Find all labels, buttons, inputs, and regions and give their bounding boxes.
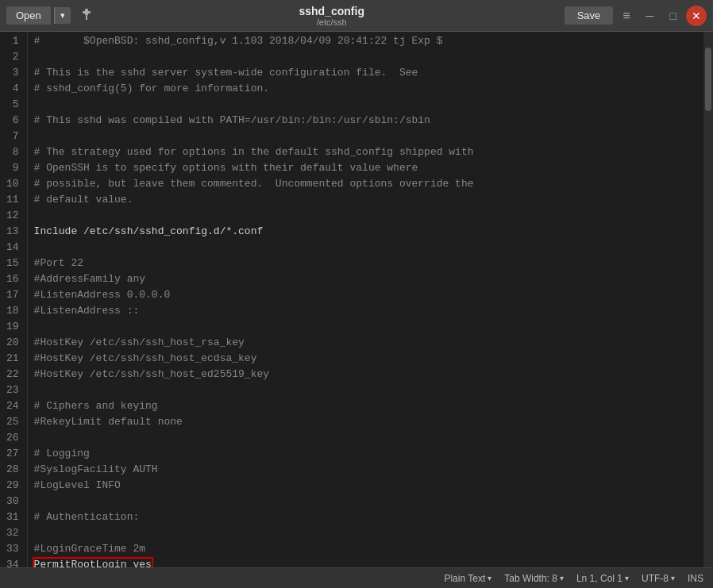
- file-path: /etc/ssh: [99, 17, 565, 27]
- code-line: PermitRootLogin yes: [34, 557, 697, 567]
- code-line: #LogLevel INFO: [34, 478, 697, 494]
- code-line: #Port 22: [34, 256, 697, 271]
- code-line: [34, 430, 697, 446]
- line-number: 1: [6, 33, 19, 49]
- code-line: # OpenSSH is to specify options with the…: [34, 160, 697, 176]
- line-number: 23: [6, 382, 19, 398]
- titlebar-center: sshd_config /etc/ssh: [99, 5, 565, 27]
- line-number: 30: [6, 494, 19, 509]
- line-number: 14: [6, 240, 19, 256]
- code-line: [34, 49, 697, 65]
- code-line: [34, 129, 697, 144]
- tab-width-arrow: ▾: [560, 574, 564, 582]
- line-number: 16: [6, 271, 19, 287]
- position-label: Ln 1, Col 1: [576, 573, 622, 584]
- line-number: 15: [6, 256, 19, 271]
- scrollbar-thumb[interactable]: [705, 48, 711, 111]
- tab-width-label: Tab Width: 8: [504, 573, 557, 584]
- line-number: 5: [6, 97, 19, 113]
- line-number: 25: [6, 414, 19, 430]
- code-line: # This sshd was compiled with PATH=/usr/…: [34, 113, 697, 129]
- titlebar: Open ▾ sshd_config /etc/ssh Save ≡ ─ □ ✕: [0, 0, 713, 32]
- plain-text-arrow: ▾: [488, 574, 491, 582]
- statusbar: Plain Text ▾ Tab Width: 8 ▾ Ln 1, Col 1 …: [0, 567, 713, 588]
- highlighted-line: PermitRootLogin yes: [34, 559, 152, 567]
- pin-button[interactable]: [74, 5, 99, 26]
- line-number: 32: [6, 525, 19, 541]
- code-line: [34, 97, 697, 113]
- ins-label: INS: [688, 573, 703, 584]
- code-line: #ListenAddress 0.0.0.0: [34, 287, 697, 303]
- code-line: Include /etc/ssh/sshd_config.d/*.conf: [34, 224, 697, 240]
- menu-button[interactable]: ≡: [616, 6, 636, 26]
- code-line: #SyslogFacility AUTH: [34, 462, 697, 478]
- encoding-label: UTF-8: [642, 573, 669, 584]
- line-number: 24: [6, 398, 19, 414]
- code-line: # Authentication:: [34, 509, 697, 525]
- line-number: 6: [6, 113, 19, 129]
- code-line: # $OpenBSD: sshd_config,v 1.103 2018/04/…: [34, 33, 697, 49]
- line-number: 20: [6, 335, 19, 351]
- line-number: 7: [6, 129, 19, 144]
- ins-indicator: INS: [688, 573, 703, 584]
- code-line: # This is the sshd server system-wide co…: [34, 65, 697, 81]
- plain-text-selector[interactable]: Plain Text ▾: [444, 573, 491, 584]
- line-number: 3: [6, 65, 19, 81]
- titlebar-left: Open ▾: [6, 5, 99, 26]
- line-number: 2: [6, 49, 19, 65]
- svg-rect-2: [83, 11, 91, 13]
- editor-container: 1234567891011121314151617181920212223242…: [0, 32, 713, 567]
- code-line: #AddressFamily any: [34, 271, 697, 287]
- code-line: #LoginGraceTime 2m: [34, 541, 697, 557]
- line-number: 11: [6, 192, 19, 208]
- maximize-button[interactable]: □: [664, 6, 683, 25]
- line-number: 29: [6, 478, 19, 494]
- line-number: 27: [6, 446, 19, 462]
- code-line: # The strategy used for options in the d…: [34, 144, 697, 160]
- line-number: 8: [6, 144, 19, 160]
- svg-rect-1: [86, 15, 87, 20]
- code-line: # default value.: [34, 192, 697, 208]
- code-line: #HostKey /etc/ssh/ssh_host_ecdsa_key: [34, 351, 697, 367]
- position-indicator[interactable]: Ln 1, Col 1 ▾: [576, 573, 629, 584]
- minimize-button[interactable]: ─: [640, 6, 661, 25]
- line-number: 10: [6, 176, 19, 192]
- code-line: [34, 240, 697, 256]
- code-line: # Ciphers and keying: [34, 398, 697, 414]
- line-number: 22: [6, 367, 19, 382]
- plain-text-label: Plain Text: [444, 573, 485, 584]
- scrollbar-track[interactable]: [703, 32, 713, 567]
- save-button[interactable]: Save: [565, 6, 614, 25]
- open-button[interactable]: Open: [6, 6, 51, 25]
- line-number: 18: [6, 303, 19, 319]
- code-line: # sshd_config(5) for more information.: [34, 81, 697, 97]
- encoding-indicator[interactable]: UTF-8 ▾: [642, 573, 675, 584]
- close-button[interactable]: ✕: [686, 6, 707, 26]
- code-line: [34, 319, 697, 335]
- line-number: 21: [6, 351, 19, 367]
- tab-width-selector[interactable]: Tab Width: 8 ▾: [504, 573, 564, 584]
- line-number: 12: [6, 208, 19, 224]
- file-name: sshd_config: [99, 5, 565, 17]
- code-line: [34, 208, 697, 224]
- code-line: [34, 382, 697, 398]
- code-line: #HostKey /etc/ssh/ssh_host_rsa_key: [34, 335, 697, 351]
- line-number: 31: [6, 509, 19, 525]
- line-number: 13: [6, 224, 19, 240]
- code-line: # Logging: [34, 446, 697, 462]
- line-number: 19: [6, 319, 19, 335]
- position-arrow: ▾: [625, 574, 629, 582]
- code-line: #RekeyLimit default none: [34, 414, 697, 430]
- line-number: 33: [6, 541, 19, 557]
- line-number: 9: [6, 160, 19, 176]
- open-dropdown-button[interactable]: ▾: [54, 7, 71, 24]
- titlebar-right: Save ≡ ─ □ ✕: [565, 6, 707, 26]
- code-line: [34, 494, 697, 509]
- code-line: [34, 525, 697, 541]
- line-number: 34: [6, 557, 19, 567]
- code-content[interactable]: # $OpenBSD: sshd_config,v 1.103 2018/04/…: [28, 32, 703, 567]
- line-number: 28: [6, 462, 19, 478]
- line-number: 4: [6, 81, 19, 97]
- line-numbers: 1234567891011121314151617181920212223242…: [0, 32, 28, 567]
- line-number: 26: [6, 430, 19, 446]
